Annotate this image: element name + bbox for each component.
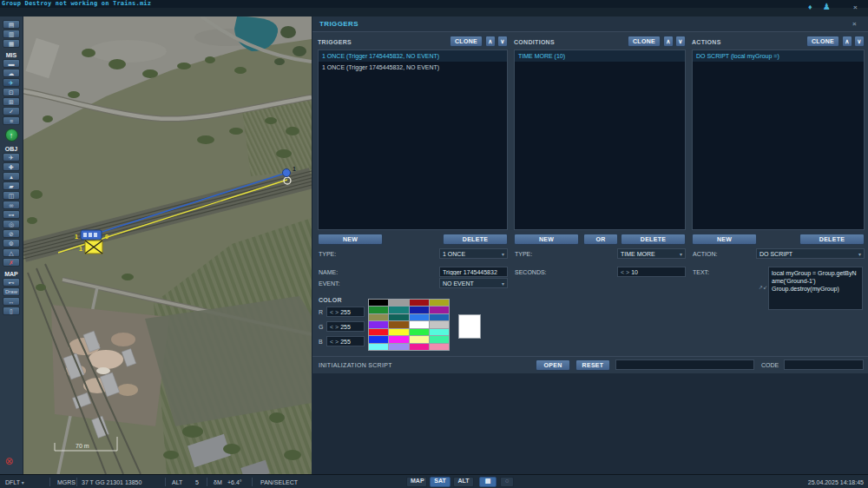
train-group-icon[interactable] bbox=[81, 230, 102, 240]
triggers-clone-button[interactable]: CLONE bbox=[450, 36, 483, 47]
stepper-increment-icon[interactable]: > bbox=[626, 269, 629, 275]
actions-list[interactable]: DO SCRIPT (local myGroup =) bbox=[692, 49, 865, 230]
actions-clone-button[interactable]: CLONE bbox=[806, 36, 839, 47]
palette-swatch[interactable] bbox=[410, 336, 429, 342]
trigger-event-dropdown[interactable]: NO EVENT ▾ bbox=[439, 278, 508, 288]
palette-swatch[interactable] bbox=[369, 336, 388, 342]
exit-icon[interactable]: ⊗ bbox=[3, 456, 15, 467]
open-mission-icon[interactable]: ▥ bbox=[3, 30, 20, 38]
trigger-zone-icon[interactable]: ⊡ bbox=[3, 88, 20, 96]
palette-swatch[interactable] bbox=[369, 344, 388, 350]
actions-new-button[interactable]: NEW bbox=[692, 234, 757, 245]
color-b-stepper[interactable]: < > 255 bbox=[326, 336, 365, 346]
rect-select-icon[interactable]: ▯ bbox=[3, 307, 20, 315]
palette-swatch[interactable] bbox=[369, 321, 388, 327]
stepper-increment-icon[interactable]: > bbox=[335, 309, 339, 315]
init-script-open-button[interactable]: OPEN bbox=[536, 359, 570, 371]
palette-swatch[interactable] bbox=[410, 344, 429, 350]
helicopter-icon[interactable]: ✚ bbox=[3, 162, 20, 171]
route-icon[interactable]: ⊶ bbox=[3, 210, 20, 219]
palette-swatch[interactable] bbox=[410, 300, 429, 306]
zone-icon[interactable]: ◎ bbox=[3, 220, 20, 228]
palette-swatch[interactable] bbox=[430, 321, 449, 327]
stepper-decrement-icon[interactable]: < bbox=[330, 324, 333, 330]
palette-swatch[interactable] bbox=[430, 314, 449, 320]
triggered-actions-icon[interactable]: ⊞ bbox=[3, 97, 20, 106]
palette-swatch[interactable] bbox=[369, 300, 388, 306]
conditions-list-item[interactable]: TIME MORE (10) bbox=[515, 50, 685, 62]
stepper-decrement-icon[interactable]: < bbox=[621, 269, 624, 275]
actions-move-up-button[interactable]: ∧ bbox=[842, 36, 852, 47]
palette-swatch[interactable] bbox=[410, 314, 429, 320]
waypoint-marker[interactable] bbox=[283, 169, 291, 177]
map-viewport[interactable]: 1 1 0 1 70 m bbox=[23, 16, 312, 474]
triggers-list-item[interactable]: 1 ONCE (Trigger 1745445832, NO EVENT) bbox=[319, 62, 507, 73]
color-g-stepper[interactable]: < > 255 bbox=[326, 321, 365, 332]
trigger-type-dropdown[interactable]: 1 ONCE ▾ bbox=[439, 248, 508, 259]
stepper-decrement-icon[interactable]: < bbox=[330, 309, 333, 315]
palette-swatch[interactable] bbox=[410, 307, 429, 313]
window-close-icon[interactable]: × bbox=[853, 3, 858, 11]
palette-swatch[interactable] bbox=[389, 336, 408, 342]
conditions-move-up-button[interactable]: ∧ bbox=[663, 36, 674, 47]
init-script-code-input[interactable] bbox=[784, 359, 864, 370]
new-mission-icon[interactable]: ▤ bbox=[3, 20, 20, 29]
briefing-icon[interactable]: ↑ bbox=[5, 129, 18, 142]
ruler-icon[interactable]: ↔ bbox=[3, 297, 20, 306]
summary-icon[interactable]: ≡ bbox=[3, 116, 20, 125]
triggers-move-up-button[interactable]: ∧ bbox=[485, 36, 496, 47]
action-type-dropdown[interactable]: DO SCRIPT ▾ bbox=[756, 248, 865, 259]
color-r-stepper[interactable]: < > 255 bbox=[326, 307, 365, 317]
conditions-delete-button[interactable]: DELETE bbox=[621, 234, 686, 245]
ship-icon[interactable]: ▴ bbox=[3, 172, 20, 181]
actions-move-down-button[interactable]: ∨ bbox=[854, 36, 865, 47]
conditions-clone-button[interactable]: CLONE bbox=[628, 36, 661, 47]
palette-swatch[interactable] bbox=[410, 329, 429, 335]
condition-seconds-stepper[interactable]: < > 10 bbox=[617, 267, 686, 277]
triggers-move-down-button[interactable]: ∨ bbox=[497, 36, 508, 47]
resize-handle-icon[interactable]: ↗↙ bbox=[758, 284, 768, 290]
stepper-increment-icon[interactable]: > bbox=[335, 324, 339, 330]
clock-icon[interactable]: ◌ bbox=[500, 477, 514, 487]
actions-list-item[interactable]: DO SCRIPT (local myGroup =) bbox=[693, 50, 864, 62]
panel-close-icon[interactable]: × bbox=[852, 20, 857, 28]
forbidden-zone-icon[interactable]: ⊘ bbox=[3, 229, 20, 238]
palette-swatch[interactable] bbox=[410, 321, 429, 327]
palette-swatch[interactable] bbox=[389, 307, 408, 313]
shapes-icon[interactable]: △ bbox=[3, 248, 20, 257]
selected-unit-icon[interactable] bbox=[85, 241, 102, 254]
palette-swatch[interactable] bbox=[369, 307, 388, 313]
aircraft-plan-icon[interactable]: ✈ bbox=[3, 78, 20, 87]
mission-options-icon[interactable]: ▬ bbox=[3, 59, 20, 68]
condition-type-dropdown[interactable]: TIME MORE ▾ bbox=[617, 248, 686, 259]
linked-rings-icon[interactable]: ⊚ bbox=[3, 239, 20, 247]
save-mission-icon[interactable]: ▦ bbox=[3, 39, 20, 48]
palette-swatch[interactable] bbox=[430, 307, 449, 313]
conditions-new-button[interactable]: NEW bbox=[514, 234, 579, 245]
action-script-textarea[interactable]: local myGroup = Group.getByName('Ground-… bbox=[768, 267, 863, 310]
static-object-icon[interactable]: ◫ bbox=[3, 191, 20, 200]
train-icon[interactable]: ∞ bbox=[3, 201, 20, 209]
init-script-reset-button[interactable]: RESET bbox=[575, 359, 610, 371]
palette-swatch[interactable] bbox=[389, 314, 408, 320]
alt-layer-button[interactable]: ALT bbox=[453, 477, 474, 487]
vehicle-icon[interactable]: ▰ bbox=[3, 181, 20, 190]
profile-dropdown[interactable]: DFLT ▾ bbox=[5, 479, 24, 485]
conditions-or-button[interactable]: OR bbox=[583, 234, 618, 245]
palette-swatch[interactable] bbox=[430, 329, 449, 335]
key-icon[interactable]: ⊷ bbox=[3, 278, 20, 287]
stepper-decrement-icon[interactable]: < bbox=[330, 339, 333, 345]
goals-icon[interactable]: ✓ bbox=[3, 107, 20, 115]
palette-swatch[interactable] bbox=[369, 329, 388, 335]
triggers-delete-button[interactable]: DELETE bbox=[443, 234, 508, 245]
palette-swatch[interactable] bbox=[430, 300, 449, 306]
init-script-file-input[interactable] bbox=[615, 359, 754, 370]
trigger-name-input[interactable] bbox=[439, 267, 508, 277]
conditions-move-down-button[interactable]: ∨ bbox=[675, 36, 686, 47]
palette-swatch[interactable] bbox=[389, 321, 408, 327]
actions-delete-button[interactable]: DELETE bbox=[799, 234, 865, 245]
palette-swatch[interactable] bbox=[389, 329, 408, 335]
palette-swatch[interactable] bbox=[430, 344, 449, 350]
map-layer-button[interactable]: MAP bbox=[406, 477, 427, 487]
weather-icon[interactable]: ☁ bbox=[3, 69, 20, 77]
